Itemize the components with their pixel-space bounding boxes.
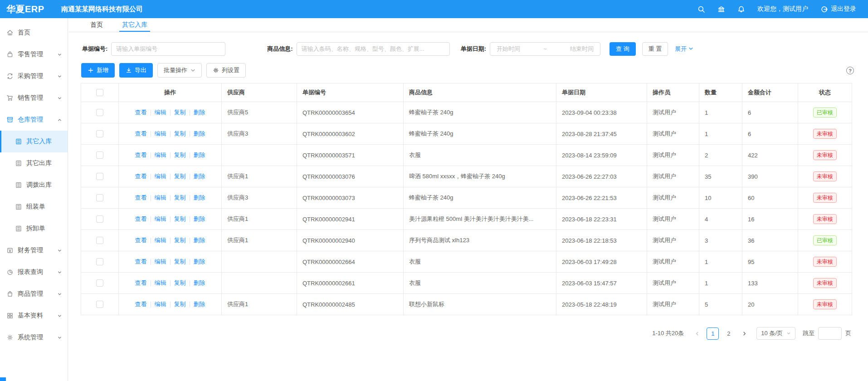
export-button[interactable]: 导出 (119, 63, 153, 78)
row-checkbox[interactable] (96, 151, 103, 159)
sidebar-item-2[interactable]: 采购管理 (0, 65, 68, 87)
batch-actions-button[interactable]: 批量操作 (157, 63, 202, 78)
action-view[interactable]: 查看 (135, 279, 147, 287)
sidebar-item-label: 财务管理 (18, 246, 43, 254)
sidebar-item-10[interactable]: 财务管理 (0, 239, 68, 261)
action-view[interactable]: 查看 (135, 215, 147, 223)
row-checkbox[interactable] (96, 215, 103, 223)
action-delete[interactable]: 删除 (194, 151, 205, 159)
row-checkbox[interactable] (96, 173, 103, 180)
sidebar-item-9[interactable]: 拆卸单 (0, 218, 68, 239)
column-settings-button[interactable]: 列设置 (206, 63, 246, 78)
sidebar-item-8[interactable]: 组装单 (0, 196, 68, 218)
bank-icon[interactable] (717, 5, 725, 13)
logout-button[interactable]: 退出登录 (820, 5, 856, 13)
company-name: 南通某某网络科技有限公司 (61, 5, 143, 14)
action-view[interactable]: 查看 (135, 130, 147, 138)
help-icon[interactable]: ? (846, 67, 854, 74)
action-edit[interactable]: 编辑 (155, 172, 166, 181)
tab-1[interactable]: 其它入库 (121, 18, 148, 32)
row-checkbox[interactable] (96, 301, 103, 308)
action-delete[interactable]: 删除 (194, 194, 205, 202)
page-number-1[interactable]: 1 (707, 327, 719, 340)
sidebar-item-4[interactable]: 仓库管理 (0, 109, 68, 131)
select-all-checkbox[interactable] (96, 89, 103, 96)
action-copy[interactable]: 复制 (174, 258, 186, 266)
action-copy[interactable]: 复制 (174, 172, 186, 181)
product-info-input[interactable] (297, 42, 450, 56)
next-page-button[interactable] (738, 327, 750, 339)
cell-operator: 测试用户 (647, 230, 699, 251)
action-copy[interactable]: 复制 (174, 194, 186, 202)
row-checkbox[interactable] (96, 258, 103, 265)
action-edit[interactable]: 编辑 (155, 236, 166, 244)
row-checkbox[interactable] (96, 109, 103, 116)
action-copy[interactable]: 复制 (174, 130, 186, 138)
search-button[interactable]: 查 询 (610, 42, 636, 56)
sidebar-item-13[interactable]: 基本资料 (0, 305, 68, 327)
action-delete[interactable]: 删除 (194, 300, 205, 308)
sidebar-item-1[interactable]: 零售管理 (0, 44, 68, 65)
bell-icon[interactable] (737, 5, 745, 13)
sidebar-item-0[interactable]: 首页 (0, 22, 68, 44)
action-edit[interactable]: 编辑 (155, 258, 166, 266)
action-delete[interactable]: 删除 (194, 236, 205, 244)
status-badge: 未审核 (813, 193, 837, 203)
action-edit[interactable]: 编辑 (155, 300, 166, 308)
action-delete[interactable]: 删除 (194, 130, 205, 138)
action-delete[interactable]: 删除 (194, 172, 205, 181)
action-delete[interactable]: 删除 (194, 279, 205, 287)
sidebar-item-14[interactable]: 系统管理 (0, 327, 68, 348)
sidebar-item-5[interactable]: 其它入库 (0, 131, 68, 152)
action-edit[interactable]: 编辑 (155, 108, 166, 117)
sidebar-item-3[interactable]: 销售管理 (0, 87, 68, 109)
action-edit[interactable]: 编辑 (155, 194, 166, 202)
action-edit[interactable]: 编辑 (155, 130, 166, 138)
action-copy[interactable]: 复制 (174, 108, 186, 117)
row-checkbox[interactable] (96, 237, 103, 244)
page-size-select[interactable]: 10 条/页 (756, 327, 795, 340)
action-view[interactable]: 查看 (135, 108, 147, 117)
expand-link[interactable]: 展开 (675, 45, 693, 53)
prev-page-button[interactable] (691, 327, 703, 339)
tab-0[interactable]: 首页 (89, 18, 104, 32)
cell-bill-no: QTRK00000003076 (297, 166, 404, 187)
action-view[interactable]: 查看 (135, 151, 147, 159)
action-delete[interactable]: 删除 (194, 215, 205, 223)
row-actions: 查看编辑复制删除 (121, 279, 219, 287)
date-range-input[interactable]: 开始时间 ~ 结束时间 (490, 42, 600, 56)
action-copy[interactable]: 复制 (174, 279, 186, 287)
sidebar-item-label: 仓库管理 (18, 116, 43, 124)
jump-input[interactable] (818, 327, 842, 340)
action-copy[interactable]: 复制 (174, 236, 186, 244)
sidebar-item-6[interactable]: 其它出库 (0, 152, 68, 174)
row-checkbox[interactable] (96, 130, 103, 137)
add-button[interactable]: 新增 (81, 63, 115, 78)
action-delete[interactable]: 删除 (194, 108, 205, 117)
action-edit[interactable]: 编辑 (155, 151, 166, 159)
page-number-2[interactable]: 2 (722, 327, 735, 340)
action-copy[interactable]: 复制 (174, 215, 186, 223)
action-view[interactable]: 查看 (135, 194, 147, 202)
sidebar-collapse-strip[interactable] (0, 377, 6, 381)
report-pie-icon (6, 269, 14, 276)
action-copy[interactable]: 复制 (174, 300, 186, 308)
action-edit[interactable]: 编辑 (155, 279, 166, 287)
app-logo: 华夏ERP (0, 3, 61, 15)
sidebar-item-7[interactable]: 调拨出库 (0, 174, 68, 196)
row-checkbox[interactable] (96, 194, 103, 201)
action-edit[interactable]: 编辑 (155, 215, 166, 223)
bill-no-input[interactable] (111, 42, 225, 56)
reset-button[interactable]: 重 置 (642, 42, 668, 56)
search-icon[interactable] (697, 5, 705, 13)
action-view[interactable]: 查看 (135, 300, 147, 308)
action-copy[interactable]: 复制 (174, 151, 186, 159)
action-delete[interactable]: 删除 (194, 258, 205, 266)
sidebar-item-11[interactable]: 报表查询 (0, 261, 68, 283)
warehouse-box-icon (6, 116, 14, 123)
action-view[interactable]: 查看 (135, 258, 147, 266)
action-view[interactable]: 查看 (135, 236, 147, 244)
action-view[interactable]: 查看 (135, 172, 147, 181)
row-checkbox[interactable] (96, 279, 103, 287)
sidebar-item-12[interactable]: 商品管理 (0, 283, 68, 305)
